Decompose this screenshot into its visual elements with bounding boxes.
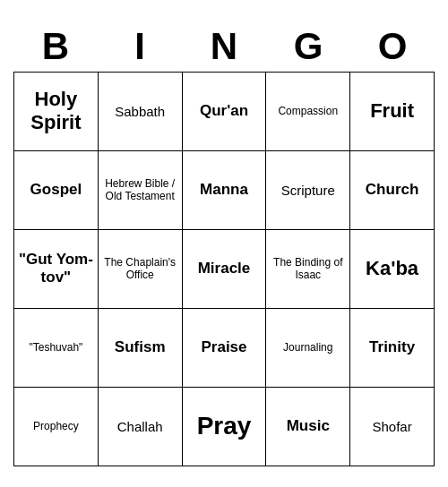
cell-r1-c1: Hebrew Bible / Old Testament — [98, 150, 182, 229]
cell-r3-c1: Sufism — [98, 308, 182, 387]
cell-r2-c2: Miracle — [182, 229, 266, 308]
bingo-card: BINGO Holy SpiritSabbathQur'anCompassion… — [13, 21, 435, 466]
cell-r1-c2: Manna — [182, 150, 266, 229]
bingo-header: BINGO — [13, 21, 435, 72]
cell-r1-c4: Church — [350, 150, 435, 229]
cell-r3-c0: "Teshuvah" — [14, 308, 99, 387]
header-letter-G: G — [266, 21, 350, 72]
header-letter-O: O — [350, 21, 435, 72]
cell-r1-c0: Gospel — [14, 150, 99, 229]
cell-r0-c3: Compassion — [266, 72, 350, 150]
cell-r0-c2: Qur'an — [182, 72, 266, 150]
cell-r2-c4: Ka'ba — [350, 229, 435, 308]
cell-r0-c1: Sabbath — [98, 72, 182, 150]
cell-r1-c3: Scripture — [266, 150, 350, 229]
cell-r3-c2: Praise — [182, 308, 266, 387]
cell-r2-c3: The Binding of Isaac — [266, 229, 350, 308]
cell-r4-c4: Shofar — [350, 387, 435, 466]
bingo-grid: Holy SpiritSabbathQur'anCompassionFruitG… — [13, 72, 435, 466]
cell-r2-c0: "Gut Yom-tov" — [14, 229, 99, 308]
cell-r0-c0: Holy Spirit — [14, 72, 99, 150]
cell-r3-c4: Trinity — [350, 308, 435, 387]
cell-r4-c0: Prophecy — [14, 387, 99, 466]
header-letter-I: I — [98, 21, 182, 72]
cell-r0-c4: Fruit — [350, 72, 435, 150]
cell-r3-c3: Journaling — [266, 308, 350, 387]
cell-r4-c3: Music — [266, 387, 350, 466]
header-letter-N: N — [182, 21, 266, 72]
cell-r4-c1: Challah — [98, 387, 182, 466]
cell-r2-c1: The Chaplain's Office — [98, 229, 182, 308]
cell-r4-c2: Pray — [182, 387, 266, 466]
header-letter-B: B — [13, 21, 98, 72]
